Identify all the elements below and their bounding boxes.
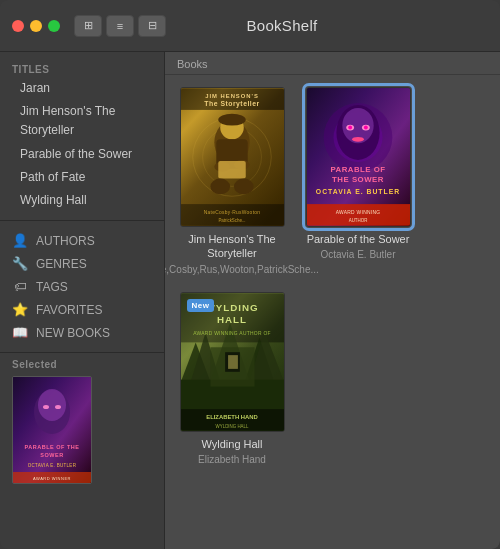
svg-point-35 (348, 126, 352, 130)
selected-section: Selected (0, 352, 164, 549)
minimize-button[interactable] (30, 20, 42, 32)
tags-icon: 🏷 (12, 279, 28, 294)
wylding-title: Wylding Hall (201, 437, 262, 451)
svg-point-3 (43, 405, 49, 409)
book-item-sower[interactable]: PARABLE OF THE SOWER OCTAVIA E. BUTLER A… (303, 87, 413, 276)
selected-book-art: PARABLE OF THE SOWER OCTAVIA E. BUTLER A… (13, 377, 91, 483)
storyteller-title: Jim Henson's The Storyteller (177, 232, 287, 261)
svg-text:PARABLE OF THE: PARABLE OF THE (25, 444, 80, 450)
svg-text:JIM HENSON'S: JIM HENSON'S (205, 93, 259, 99)
authors-icon: 👤 (12, 233, 28, 248)
book-cover-sower[interactable]: PARABLE OF THE SOWER OCTAVIA E. BUTLER A… (306, 87, 411, 227)
sidebar-item-path-of-fate[interactable]: Path of Fate (0, 166, 164, 189)
svg-text:AWARD WINNER: AWARD WINNER (33, 476, 71, 481)
new-badge: New (187, 299, 215, 312)
nav-new-books-label: NEW BOOKS (36, 326, 110, 340)
book-cover-wylding[interactable]: New (180, 292, 285, 432)
nav-tags[interactable]: 🏷 TAGS (0, 275, 164, 298)
list-icon: ≡ (117, 20, 123, 32)
svg-text:The Storyteller: The Storyteller (204, 100, 259, 108)
svg-text:SOWER: SOWER (40, 452, 63, 458)
svg-rect-19 (218, 161, 245, 179)
genres-icon: 🔧 (12, 256, 28, 271)
main-window: ⊞ ≡ ⊟ BookShelf TITLES Jaran Jim Henson'… (0, 0, 500, 549)
svg-point-36 (363, 126, 367, 130)
storyteller-author: Nate,Cosby,Rus,Wooton,PatrickSche... (165, 263, 319, 276)
svg-text:AWARD WINNING AUTHOR OF: AWARD WINNING AUTHOR OF (193, 330, 271, 335)
traffic-lights (12, 20, 60, 32)
svg-point-2 (38, 389, 66, 421)
svg-point-15 (218, 114, 245, 126)
nav-tags-label: TAGS (36, 280, 68, 294)
close-button[interactable] (12, 20, 24, 32)
svg-point-24 (233, 179, 253, 195)
sidebar: TITLES Jaran Jim Henson's The Storytelle… (0, 52, 165, 549)
svg-point-4 (55, 405, 61, 409)
svg-text:NateCosby·RusWooton: NateCosby·RusWooton (203, 210, 260, 215)
book-cover-storyteller[interactable]: JIM HENSON'S The Storyteller NateCosby·R… (180, 87, 285, 227)
svg-text:WYLDING HALL: WYLDING HALL (215, 423, 248, 428)
main-content: TITLES Jaran Jim Henson's The Storytelle… (0, 52, 500, 549)
svg-text:AUTHOR: AUTHOR (348, 218, 367, 223)
nav-section: 👤 AUTHORS 🔧 GENRES 🏷 TAGS ⭐ FAVORITES 📖 (0, 220, 164, 352)
wylding-cover-art: WYLDING HALL AWARD WINNING AUTHOR OF ELI… (181, 292, 284, 432)
nav-favorites-label: FAVORITES (36, 303, 102, 317)
detail-icon: ⊟ (148, 19, 157, 32)
wylding-author: Elizabeth Hand (198, 453, 266, 466)
detail-view-button[interactable]: ⊟ (138, 15, 166, 37)
sower-cover-art: PARABLE OF THE SOWER OCTAVIA E. BUTLER A… (307, 87, 410, 227)
sower-author: Octavia E. Butler (320, 248, 395, 261)
svg-text:PARABLE OF: PARABLE OF (330, 165, 385, 174)
sidebar-item-wylding-hall[interactable]: Wylding Hall (0, 189, 164, 212)
toolbar-icons: ⊞ ≡ ⊟ (74, 15, 166, 37)
titles-section: TITLES Jaran Jim Henson's The Storytelle… (0, 52, 164, 220)
selected-book-thumbnail[interactable]: PARABLE OF THE SOWER OCTAVIA E. BUTLER A… (12, 376, 92, 484)
nav-new-books[interactable]: 📖 NEW BOOKS (0, 321, 164, 344)
sidebar-item-sower[interactable]: Parable of the Sower (0, 143, 164, 166)
books-header: Books (165, 52, 500, 75)
svg-text:HALL: HALL (216, 313, 246, 324)
book-area: Books (165, 52, 500, 549)
nav-favorites[interactable]: ⭐ FAVORITES (0, 298, 164, 321)
titlebar: ⊞ ≡ ⊟ BookShelf (0, 0, 500, 52)
svg-point-37 (352, 137, 364, 142)
selected-label: Selected (12, 359, 152, 370)
svg-text:AWARD WINNING: AWARD WINNING (335, 210, 380, 215)
svg-text:THE SOWER: THE SOWER (332, 175, 384, 184)
sower-title: Parable of the Sower (307, 232, 410, 246)
nav-authors-label: AUTHORS (36, 234, 95, 248)
nav-genres[interactable]: 🔧 GENRES (0, 252, 164, 275)
svg-text:PatrickSche...: PatrickSche... (218, 218, 245, 223)
window-title: BookShelf (166, 17, 398, 34)
list-view-button[interactable]: ≡ (106, 15, 134, 37)
favorites-icon: ⭐ (12, 302, 28, 317)
storyteller-cover-art: JIM HENSON'S The Storyteller NateCosby·R… (181, 87, 284, 227)
svg-text:OCTAVIA E. BUTLER: OCTAVIA E. BUTLER (315, 188, 399, 195)
grid-view-button[interactable]: ⊞ (74, 15, 102, 37)
book-grid: JIM HENSON'S The Storyteller NateCosby·R… (165, 75, 500, 549)
book-item-storyteller[interactable]: JIM HENSON'S The Storyteller NateCosby·R… (177, 87, 287, 276)
nav-genres-label: GENRES (36, 257, 87, 271)
nav-authors[interactable]: 👤 AUTHORS (0, 229, 164, 252)
svg-text:ELIZABETH HAND: ELIZABETH HAND (206, 413, 258, 419)
new-books-icon: 📖 (12, 325, 28, 340)
maximize-button[interactable] (48, 20, 60, 32)
sidebar-item-storyteller[interactable]: Jim Henson's The Storyteller (0, 100, 164, 142)
sidebar-item-jaran[interactable]: Jaran (0, 77, 164, 100)
book-item-wylding[interactable]: New (177, 292, 287, 466)
svg-point-23 (210, 179, 230, 195)
svg-text:OCTAVIA E. BUTLER: OCTAVIA E. BUTLER (28, 463, 77, 468)
grid-icon: ⊞ (84, 19, 93, 32)
titles-header: TITLES (0, 60, 164, 77)
svg-rect-54 (228, 355, 238, 369)
